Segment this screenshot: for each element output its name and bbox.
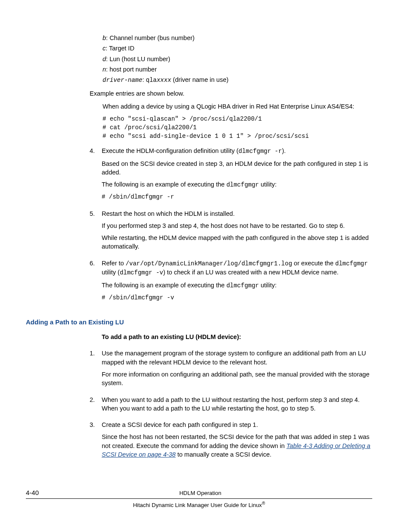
step-5-p2: If you performed step 3 and step 4, the … (102, 221, 372, 230)
step-4-p3code: dlmcfgmgr (226, 181, 259, 188)
b-step-1-p2: For more information on configuring an a… (102, 370, 372, 388)
page-content: b: Channel number (bus number) c: Target… (90, 34, 372, 462)
step-5: 5. Restart the host on which the HDLM is… (90, 209, 372, 255)
b-step-3-body: Create a SCSI device for each path confi… (102, 420, 372, 462)
def-c: c: Target ID (103, 44, 372, 53)
steps-list-b: To add a path to an existing LU (HDLM de… (90, 333, 372, 462)
reg-mark: ® (262, 501, 265, 506)
step-6-p1path: /var/opt/DynamicLinkManager/log/dlmcfgmg… (126, 260, 292, 267)
def-d: d: Lun (host LU number) (103, 55, 372, 63)
page-number: 4-40 (26, 488, 39, 497)
b-step-2-body: When you want to add a path to the LU wi… (102, 395, 372, 417)
step-6-p1b: or execute the (292, 260, 335, 267)
example-desc: When adding a device by using a QLogic H… (103, 102, 372, 111)
def-driver-codeital: xxxx (157, 77, 171, 84)
def-c-text: : Target ID (106, 45, 134, 52)
bold-intro: To add a path to an existing LU (HDLM de… (102, 333, 372, 341)
step-4-cmd: # /sbin/dlmcfgmgr -r (102, 193, 372, 202)
step-5-body: Restart the host on which the HDLM is in… (102, 209, 372, 255)
step-6-p2: The following is an example of executing… (102, 281, 372, 290)
def-driver: driver-name: qlaxxxx (driver name in use… (103, 75, 372, 85)
b-step-3-p2: Since the host has not been restarted, t… (102, 432, 372, 459)
step-4-body: Execute the HDLM-configuration definitio… (102, 146, 372, 205)
step-6: 6. Refer to /var/opt/DynamicLinkManager/… (90, 259, 372, 305)
step-6-p1d: ) to check if an LU was created with a n… (163, 269, 339, 276)
b-step-1-num: 1. (90, 349, 102, 391)
b-step-3-p2b: to manually create a SCSI device. (176, 451, 271, 458)
step-4-p1code: dlmcfgmgr -r (239, 148, 282, 155)
footer-subtitle: Hitachi Dynamic Link Manager User Guide … (133, 502, 262, 508)
intro-body: To add a path to an existing LU (HDLM de… (102, 333, 372, 345)
b-step-3-p1: Create a SCSI device for each path confi… (102, 420, 372, 429)
section-heading: Adding a Path to an Existing LU (26, 317, 372, 327)
spacer (90, 333, 102, 345)
step-4-p3b: utility: (259, 181, 277, 188)
b-step-1-p1: Use the management program of the storag… (102, 349, 372, 367)
step-4-p2: Based on the SCSI device created in step… (102, 159, 372, 177)
b-step-2: 2. When you want to add a path to the LU… (90, 395, 372, 417)
step-4-p1a: Execute the HDLM-configuration definitio… (102, 147, 239, 154)
step-6-p2a: The following is an example of executing… (102, 282, 226, 289)
step-6-p1a: Refer to (102, 260, 126, 267)
def-d-text: : Lun (host LU number) (106, 56, 170, 62)
b-step-2-p1: When you want to add a path to the LU wi… (102, 395, 372, 413)
step-4-p3a: The following is an example of executing… (102, 181, 226, 188)
step-6-p2code: dlmcfgmgr (226, 282, 259, 289)
footer-title: HDLM Operation (179, 489, 221, 497)
steps-list-a: 4. Execute the HDLM-configuration defini… (90, 146, 372, 305)
step-4-num: 4. (90, 146, 102, 205)
b-step-2-num: 2. (90, 395, 102, 417)
page-footer: 4-40 HDLM Operation Hitachi Dynamic Link… (26, 488, 372, 509)
footer-spacer (362, 488, 372, 497)
step-4-p3: The following is an example of executing… (102, 180, 372, 190)
b-step-3: 3. Create a SCSI device for each path co… (90, 420, 372, 462)
var-d: d (103, 56, 106, 62)
step-6-p1code2: dlmcfgmgr -v (120, 269, 163, 276)
b-step-1-body: Use the management program of the storag… (102, 349, 372, 391)
def-n: n: host port number (103, 65, 372, 74)
step-6-p1code1: dlmcfgmgr (335, 260, 368, 267)
step-5-p1: Restart the host on which the HDLM is in… (102, 209, 372, 218)
step-6-p1: Refer to /var/opt/DynamicLinkManager/log… (102, 259, 372, 277)
def-b: b: Channel number (bus number) (103, 34, 372, 42)
var-driver: driver-name (103, 77, 142, 84)
b-step-3-num: 3. (90, 420, 102, 462)
step-5-p3: While restarting, the HDLM device mapped… (102, 233, 372, 251)
step-4-p1: Execute the HDLM-configuration definitio… (102, 146, 372, 156)
footer-top: 4-40 HDLM Operation (26, 488, 372, 498)
step-6-p2b: utility: (259, 282, 277, 289)
var-n: n (103, 66, 106, 73)
def-n-text: : host port number (106, 66, 157, 73)
def-driver-tail: (driver name in use) (171, 76, 228, 83)
step-6-num: 6. (90, 259, 102, 305)
var-b: b (103, 34, 106, 41)
bold-intro-row: To add a path to an existing LU (HDLM de… (90, 333, 372, 345)
def-b-text: : Channel number (bus number) (106, 34, 195, 41)
step-6-body: Refer to /var/opt/DynamicLinkManager/log… (102, 259, 372, 305)
b-step-1: 1. Use the management program of the sto… (90, 349, 372, 391)
example-code: # echo "scsi-qlascan" > /proc/scsi/qla22… (103, 115, 372, 140)
def-driver-code: qla (146, 77, 156, 84)
step-4-p1b: ). (282, 147, 286, 154)
step-6-cmd: # /sbin/dlmcfgmgr -v (102, 294, 372, 302)
example-intro: Example entries are shown below. (90, 89, 372, 98)
step-4: 4. Execute the HDLM-configuration defini… (90, 146, 372, 205)
footer-bottom: Hitachi Dynamic Link Manager User Guide … (26, 501, 372, 510)
step-6-p1c: utility ( (102, 269, 120, 276)
step-5-num: 5. (90, 209, 102, 255)
